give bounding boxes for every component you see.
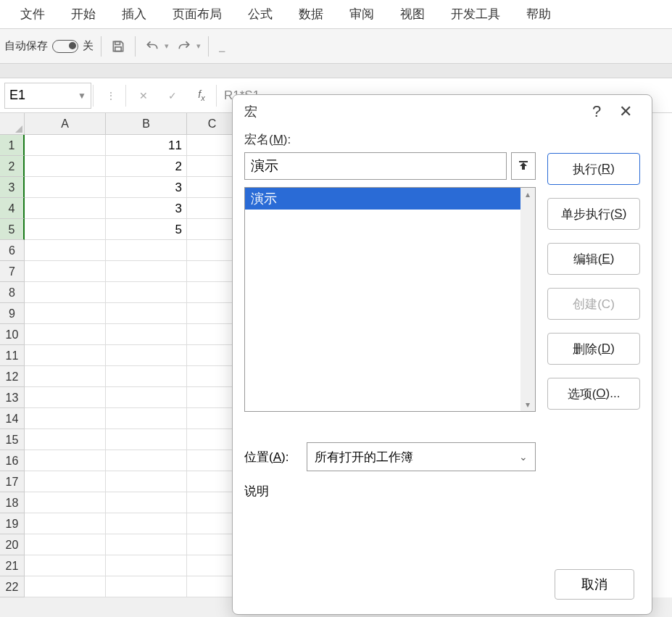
- col-header-b[interactable]: B: [106, 113, 187, 135]
- row-header[interactable]: 17: [0, 471, 25, 492]
- cell[interactable]: [106, 513, 187, 534]
- save-icon[interactable]: [109, 37, 128, 56]
- row-header[interactable]: 2: [0, 156, 25, 177]
- cell[interactable]: [187, 387, 238, 408]
- cell[interactable]: [25, 387, 106, 408]
- row-header[interactable]: 10: [0, 324, 25, 345]
- row-header[interactable]: 20: [0, 534, 25, 555]
- name-box[interactable]: E1 ▼: [4, 83, 91, 109]
- row-header[interactable]: 7: [0, 261, 25, 282]
- cell[interactable]: [106, 282, 187, 303]
- cell[interactable]: [25, 555, 106, 576]
- step-button[interactable]: 单步执行(S): [547, 198, 640, 230]
- col-header-a[interactable]: A: [25, 113, 106, 135]
- row-header[interactable]: 22: [0, 576, 25, 597]
- scroll-down-icon[interactable]: ▾: [526, 398, 530, 411]
- row-header[interactable]: 15: [0, 429, 25, 450]
- cell[interactable]: [187, 492, 238, 513]
- autosave-toggle[interactable]: 自动保存 关: [4, 39, 94, 53]
- cell[interactable]: [106, 261, 187, 282]
- cell[interactable]: [187, 429, 238, 450]
- cell[interactable]: [187, 156, 238, 177]
- cell[interactable]: [25, 324, 106, 345]
- cell[interactable]: [187, 303, 238, 324]
- cell[interactable]: [25, 429, 106, 450]
- cell[interactable]: 11: [106, 135, 187, 156]
- cell[interactable]: [187, 534, 238, 555]
- select-all-corner[interactable]: [0, 113, 25, 135]
- cell[interactable]: [25, 450, 106, 471]
- cell[interactable]: [187, 282, 238, 303]
- tab-review[interactable]: 审阅: [336, 0, 387, 30]
- cell[interactable]: [187, 345, 238, 366]
- cancel-button[interactable]: 取消: [555, 569, 634, 600]
- row-header[interactable]: 4: [0, 198, 25, 219]
- cell[interactable]: [106, 450, 187, 471]
- macro-list[interactable]: 演示 ▴ ▾: [244, 187, 536, 412]
- cell[interactable]: [25, 408, 106, 429]
- cell[interactable]: [106, 324, 187, 345]
- cell[interactable]: [25, 303, 106, 324]
- qat-customize-icon[interactable]: ⎯: [219, 41, 225, 52]
- row-header[interactable]: 12: [0, 366, 25, 387]
- row-header[interactable]: 3: [0, 177, 25, 198]
- cell[interactable]: [25, 366, 106, 387]
- accept-formula-icon[interactable]: ✓: [159, 83, 186, 109]
- cell[interactable]: 5: [106, 219, 187, 240]
- cell[interactable]: [106, 408, 187, 429]
- run-button[interactable]: 执行(R): [547, 153, 640, 185]
- row-header[interactable]: 5: [0, 219, 25, 240]
- row-header[interactable]: 1: [0, 135, 25, 156]
- cell[interactable]: [187, 219, 238, 240]
- cell[interactable]: [25, 135, 106, 156]
- row-header[interactable]: 8: [0, 282, 25, 303]
- cell[interactable]: [106, 534, 187, 555]
- macro-list-item[interactable]: 演示: [245, 188, 520, 210]
- cell[interactable]: [25, 282, 106, 303]
- cell[interactable]: [187, 261, 238, 282]
- tab-pagelayout[interactable]: 页面布局: [159, 0, 235, 30]
- undo-icon[interactable]: [143, 37, 162, 56]
- delete-button[interactable]: 删除(D): [547, 333, 640, 365]
- formula-more-icon[interactable]: ⋮: [98, 83, 124, 109]
- cell[interactable]: [187, 366, 238, 387]
- cell[interactable]: [25, 471, 106, 492]
- cell[interactable]: [25, 156, 106, 177]
- tab-help[interactable]: 帮助: [513, 0, 564, 30]
- cell[interactable]: 3: [106, 177, 187, 198]
- row-header[interactable]: 11: [0, 345, 25, 366]
- cell[interactable]: [187, 240, 238, 261]
- cell[interactable]: [25, 576, 106, 597]
- cell[interactable]: 3: [106, 198, 187, 219]
- row-header[interactable]: 18: [0, 492, 25, 513]
- cell[interactable]: [106, 429, 187, 450]
- cell[interactable]: [106, 240, 187, 261]
- cell[interactable]: [106, 471, 187, 492]
- cell[interactable]: [106, 555, 187, 576]
- cell[interactable]: [25, 513, 106, 534]
- cell[interactable]: [25, 240, 106, 261]
- cell[interactable]: [25, 198, 106, 219]
- cell[interactable]: [25, 177, 106, 198]
- cell[interactable]: [106, 492, 187, 513]
- redo-icon[interactable]: [175, 37, 194, 56]
- cancel-formula-icon[interactable]: ✕: [130, 83, 157, 109]
- row-header[interactable]: 9: [0, 303, 25, 324]
- undo-dropdown-icon[interactable]: ▾: [165, 41, 169, 51]
- row-header[interactable]: 16: [0, 450, 25, 471]
- cell[interactable]: [25, 219, 106, 240]
- row-header[interactable]: 13: [0, 387, 25, 408]
- cell[interactable]: 2: [106, 156, 187, 177]
- cell[interactable]: [106, 345, 187, 366]
- cell[interactable]: [187, 555, 238, 576]
- edit-button[interactable]: 编辑(E): [547, 243, 640, 275]
- tab-formula[interactable]: 公式: [235, 0, 286, 30]
- chevron-down-icon[interactable]: ▼: [78, 91, 86, 101]
- cell[interactable]: [25, 345, 106, 366]
- cell[interactable]: [187, 450, 238, 471]
- tab-home[interactable]: 开始: [58, 0, 109, 30]
- tab-data[interactable]: 数据: [286, 0, 336, 30]
- tab-developer[interactable]: 开发工具: [438, 0, 513, 30]
- cell[interactable]: [106, 576, 187, 597]
- scrollbar[interactable]: ▴ ▾: [520, 188, 535, 411]
